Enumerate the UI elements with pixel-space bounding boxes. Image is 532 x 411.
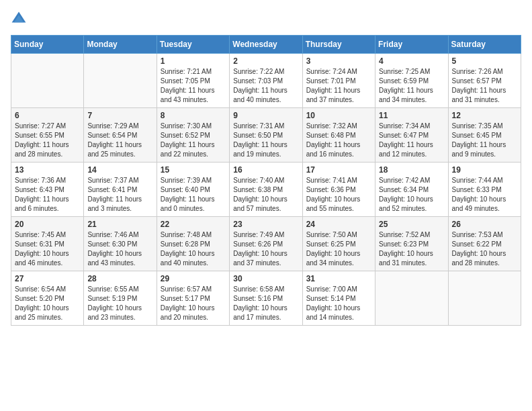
calendar-cell: 11Sunrise: 7:34 AMSunset: 6:47 PMDayligh… <box>375 108 448 163</box>
day-number: 19 <box>452 165 517 175</box>
day-number: 14 <box>87 165 152 175</box>
day-info: Sunrise: 7:00 AMSunset: 5:14 PMDaylight:… <box>306 285 371 322</box>
weekday-header-friday: Friday <box>375 36 448 54</box>
calendar-cell: 28Sunrise: 6:55 AMSunset: 5:19 PMDayligh… <box>84 271 157 326</box>
day-number: 8 <box>161 111 226 120</box>
calendar-cell: 20Sunrise: 7:45 AMSunset: 6:31 PMDayligh… <box>11 217 84 271</box>
calendar-cell: 15Sunrise: 7:39 AMSunset: 6:40 PMDayligh… <box>157 163 229 217</box>
day-info: Sunrise: 7:25 AMSunset: 6:59 PMDaylight:… <box>379 67 444 105</box>
day-info: Sunrise: 7:40 AMSunset: 6:38 PMDaylight:… <box>233 176 298 214</box>
calendar-cell: 23Sunrise: 7:49 AMSunset: 6:26 PMDayligh… <box>230 217 302 271</box>
calendar-cell: 24Sunrise: 7:50 AMSunset: 6:25 PMDayligh… <box>302 217 375 271</box>
day-number: 10 <box>306 111 371 120</box>
calendar-cell <box>375 271 448 326</box>
weekday-header-sunday: Sunday <box>11 36 84 54</box>
day-number: 13 <box>15 165 80 175</box>
day-number: 26 <box>452 220 517 229</box>
calendar-week-row: 6Sunrise: 7:27 AMSunset: 6:55 PMDaylight… <box>11 108 521 163</box>
page-header <box>11 11 521 27</box>
day-number: 27 <box>15 274 80 283</box>
day-info: Sunrise: 7:42 AMSunset: 6:34 PMDaylight:… <box>379 176 444 214</box>
day-info: Sunrise: 7:34 AMSunset: 6:47 PMDaylight:… <box>379 122 444 159</box>
day-info: Sunrise: 7:29 AMSunset: 6:54 PMDaylight:… <box>87 122 152 159</box>
calendar-cell: 12Sunrise: 7:35 AMSunset: 6:45 PMDayligh… <box>448 108 521 163</box>
day-number: 2 <box>233 56 298 66</box>
day-info: Sunrise: 7:36 AMSunset: 6:43 PMDaylight:… <box>15 176 80 214</box>
calendar-body: 1Sunrise: 7:21 AMSunset: 7:05 PMDaylight… <box>11 54 521 326</box>
day-number: 1 <box>161 56 226 66</box>
day-number: 11 <box>379 111 444 120</box>
day-info: Sunrise: 7:24 AMSunset: 7:01 PMDaylight:… <box>306 67 371 105</box>
day-info: Sunrise: 7:52 AMSunset: 6:23 PMDaylight:… <box>379 230 444 268</box>
calendar-cell: 26Sunrise: 7:53 AMSunset: 6:22 PMDayligh… <box>448 217 521 271</box>
day-info: Sunrise: 7:32 AMSunset: 6:48 PMDaylight:… <box>306 122 371 159</box>
calendar-cell: 30Sunrise: 6:58 AMSunset: 5:16 PMDayligh… <box>230 271 302 326</box>
day-number: 16 <box>233 165 298 175</box>
day-info: Sunrise: 7:35 AMSunset: 6:45 PMDaylight:… <box>452 122 517 159</box>
calendar-week-row: 27Sunrise: 6:54 AMSunset: 5:20 PMDayligh… <box>11 271 521 326</box>
day-number: 15 <box>161 165 226 175</box>
day-number: 25 <box>379 220 444 229</box>
logo-icon <box>11 11 27 27</box>
day-number: 30 <box>233 274 298 283</box>
day-number: 29 <box>161 274 226 283</box>
day-info: Sunrise: 7:44 AMSunset: 6:33 PMDaylight:… <box>452 176 517 214</box>
day-info: Sunrise: 7:22 AMSunset: 7:03 PMDaylight:… <box>233 67 298 105</box>
calendar-cell: 17Sunrise: 7:41 AMSunset: 6:36 PMDayligh… <box>302 163 375 217</box>
calendar-cell: 7Sunrise: 7:29 AMSunset: 6:54 PMDaylight… <box>84 108 157 163</box>
calendar-cell: 9Sunrise: 7:31 AMSunset: 6:50 PMDaylight… <box>230 108 302 163</box>
day-info: Sunrise: 7:46 AMSunset: 6:30 PMDaylight:… <box>87 230 152 268</box>
calendar-cell: 5Sunrise: 7:26 AMSunset: 6:57 PMDaylight… <box>448 54 521 108</box>
day-number: 23 <box>233 220 298 229</box>
day-info: Sunrise: 7:53 AMSunset: 6:22 PMDaylight:… <box>452 230 517 268</box>
calendar-cell: 1Sunrise: 7:21 AMSunset: 7:05 PMDaylight… <box>157 54 229 108</box>
day-number: 7 <box>87 111 152 120</box>
day-info: Sunrise: 7:26 AMSunset: 6:57 PMDaylight:… <box>452 67 517 105</box>
day-info: Sunrise: 7:21 AMSunset: 7:05 PMDaylight:… <box>161 67 226 105</box>
weekday-header-monday: Monday <box>84 36 157 54</box>
calendar-week-row: 13Sunrise: 7:36 AMSunset: 6:43 PMDayligh… <box>11 163 521 217</box>
day-info: Sunrise: 7:37 AMSunset: 6:41 PMDaylight:… <box>87 176 152 214</box>
day-info: Sunrise: 7:31 AMSunset: 6:50 PMDaylight:… <box>233 122 298 159</box>
day-number: 17 <box>306 165 371 175</box>
calendar-cell: 22Sunrise: 7:48 AMSunset: 6:28 PMDayligh… <box>157 217 229 271</box>
day-number: 6 <box>15 111 80 120</box>
calendar-week-row: 1Sunrise: 7:21 AMSunset: 7:05 PMDaylight… <box>11 54 521 108</box>
calendar-cell: 29Sunrise: 6:57 AMSunset: 5:17 PMDayligh… <box>157 271 229 326</box>
calendar-table: SundayMondayTuesdayWednesdayThursdayFrid… <box>11 35 521 326</box>
day-info: Sunrise: 6:58 AMSunset: 5:16 PMDaylight:… <box>233 285 298 322</box>
day-info: Sunrise: 7:30 AMSunset: 6:52 PMDaylight:… <box>161 122 226 159</box>
calendar-cell: 21Sunrise: 7:46 AMSunset: 6:30 PMDayligh… <box>84 217 157 271</box>
day-info: Sunrise: 7:45 AMSunset: 6:31 PMDaylight:… <box>15 230 80 268</box>
calendar-cell <box>11 54 84 108</box>
weekday-header-thursday: Thursday <box>302 36 375 54</box>
day-info: Sunrise: 6:57 AMSunset: 5:17 PMDaylight:… <box>161 285 226 322</box>
calendar-cell <box>448 271 521 326</box>
day-number: 5 <box>452 56 517 66</box>
day-info: Sunrise: 6:55 AMSunset: 5:19 PMDaylight:… <box>87 285 152 322</box>
calendar-cell: 3Sunrise: 7:24 AMSunset: 7:01 PMDaylight… <box>302 54 375 108</box>
calendar-cell: 8Sunrise: 7:30 AMSunset: 6:52 PMDaylight… <box>157 108 229 163</box>
day-number: 9 <box>233 111 298 120</box>
weekday-header-row: SundayMondayTuesdayWednesdayThursdayFrid… <box>11 36 521 54</box>
day-number: 22 <box>161 220 226 229</box>
day-info: Sunrise: 7:50 AMSunset: 6:25 PMDaylight:… <box>306 230 371 268</box>
day-number: 28 <box>87 274 152 283</box>
day-number: 18 <box>379 165 444 175</box>
calendar-cell: 31Sunrise: 7:00 AMSunset: 5:14 PMDayligh… <box>302 271 375 326</box>
calendar-cell: 25Sunrise: 7:52 AMSunset: 6:23 PMDayligh… <box>375 217 448 271</box>
calendar-cell: 6Sunrise: 7:27 AMSunset: 6:55 PMDaylight… <box>11 108 84 163</box>
calendar-cell: 13Sunrise: 7:36 AMSunset: 6:43 PMDayligh… <box>11 163 84 217</box>
calendar-cell: 2Sunrise: 7:22 AMSunset: 7:03 PMDaylight… <box>230 54 302 108</box>
day-number: 12 <box>452 111 517 120</box>
calendar-cell: 10Sunrise: 7:32 AMSunset: 6:48 PMDayligh… <box>302 108 375 163</box>
calendar-cell: 16Sunrise: 7:40 AMSunset: 6:38 PMDayligh… <box>230 163 302 217</box>
day-info: Sunrise: 7:48 AMSunset: 6:28 PMDaylight:… <box>161 230 226 268</box>
day-info: Sunrise: 7:39 AMSunset: 6:40 PMDaylight:… <box>161 176 226 214</box>
calendar-cell: 18Sunrise: 7:42 AMSunset: 6:34 PMDayligh… <box>375 163 448 217</box>
weekday-header-wednesday: Wednesday <box>230 36 302 54</box>
calendar-cell: 14Sunrise: 7:37 AMSunset: 6:41 PMDayligh… <box>84 163 157 217</box>
day-number: 3 <box>306 56 371 66</box>
day-info: Sunrise: 6:54 AMSunset: 5:20 PMDaylight:… <box>15 285 80 322</box>
day-info: Sunrise: 7:27 AMSunset: 6:55 PMDaylight:… <box>15 122 80 159</box>
